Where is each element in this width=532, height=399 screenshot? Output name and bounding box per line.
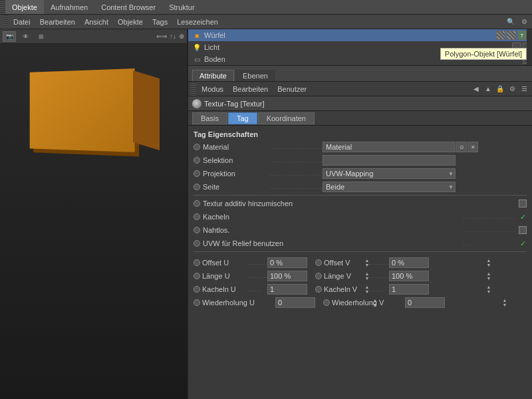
wiederholung-u-label: Wiederholung U bbox=[202, 299, 255, 307]
offset-u-dots: ......... bbox=[247, 259, 267, 266]
uvw-label: UVW für Relief benutzen bbox=[203, 239, 463, 247]
prop-row-seite: Seite .................. Beide bbox=[188, 180, 532, 194]
tab-attribute[interactable]: Attribute bbox=[192, 70, 234, 81]
laenge-v-down[interactable]: ▼ bbox=[485, 276, 492, 281]
nahtlos-checkbox[interactable] bbox=[519, 226, 527, 234]
sub-tab-tag[interactable]: Tag bbox=[228, 112, 257, 124]
material-dots: .................. bbox=[269, 144, 323, 150]
menu-lesezeichen[interactable]: Lesezeichen bbox=[173, 17, 222, 27]
nahtlos-radio[interactable] bbox=[194, 227, 200, 233]
tab-aufnahmen[interactable]: Aufnahmen bbox=[44, 0, 94, 14]
menu-bearbeiten[interactable]: Bearbeiten bbox=[36, 17, 79, 27]
wiederholung-v-radio[interactable] bbox=[323, 299, 330, 306]
object-list: ■ Würfel T 💡 Licht · ✓ ▭ bbox=[188, 29, 532, 66]
attr-arrow-up-icon[interactable]: ▲ bbox=[483, 84, 493, 94]
seite-radio[interactable] bbox=[194, 184, 200, 190]
attr-lock-icon[interactable]: 🔒 bbox=[495, 84, 505, 94]
wiederholung-v-input[interactable] bbox=[406, 299, 501, 307]
settings-icon[interactable]: ⚙ bbox=[519, 17, 529, 27]
laenge-v-field[interactable]: ▲ ▼ bbox=[389, 271, 429, 281]
offset-v-input[interactable] bbox=[390, 259, 485, 267]
wiederholung-v-up[interactable]: ▲ bbox=[501, 298, 508, 303]
kacheln-u-radio[interactable] bbox=[194, 286, 200, 293]
offset-v-label: Offset V bbox=[324, 259, 369, 267]
object-row-würfel[interactable]: ■ Würfel T bbox=[188, 29, 532, 41]
material-btn2[interactable]: ✕ bbox=[467, 142, 478, 152]
tab-objekte[interactable]: Objekte bbox=[5, 0, 44, 14]
uvw-check[interactable]: ✓ bbox=[519, 239, 527, 247]
attr-modus[interactable]: Modus bbox=[198, 84, 227, 94]
laenge-v-up[interactable]: ▲ bbox=[485, 271, 492, 276]
offset-u-field[interactable]: ▲ ▼ bbox=[267, 257, 307, 268]
uvw-radio[interactable] bbox=[194, 240, 200, 247]
attr-bearbeiten[interactable]: Bearbeiten bbox=[229, 84, 272, 94]
selektion-value[interactable] bbox=[323, 155, 456, 166]
tab-struktur[interactable]: Struktur bbox=[162, 0, 201, 14]
object-row-licht[interactable]: 💡 Licht · ✓ bbox=[188, 41, 532, 53]
tab-content-browser[interactable]: Content Browser bbox=[94, 0, 162, 14]
viewport-nav-icon[interactable]: ↑↓ bbox=[170, 33, 176, 40]
attr-benutzer[interactable]: Benutzer bbox=[273, 84, 311, 94]
kacheln-v-radio[interactable] bbox=[315, 286, 322, 293]
toolbar-handle bbox=[3, 15, 8, 29]
wiederholung-v-field[interactable]: ▲ ▼ bbox=[405, 297, 445, 308]
offset-u-radio[interactable] bbox=[194, 259, 200, 266]
wiederholung-v-down[interactable]: ▼ bbox=[501, 303, 508, 307]
boden-icon: ▭ bbox=[192, 55, 201, 64]
laenge-u-dots: ......... bbox=[247, 273, 267, 279]
search-icon[interactable]: 🔍 bbox=[505, 17, 516, 27]
attr-menu-icon[interactable]: ☰ bbox=[519, 84, 529, 94]
offset-v-up[interactable]: ▲ bbox=[485, 258, 492, 263]
viewport-camera-icon[interactable]: 📷 bbox=[3, 31, 16, 42]
viewport-zoom-icon[interactable]: ⊕ bbox=[179, 33, 184, 40]
tab-ebenen[interactable]: Ebenen bbox=[235, 70, 275, 81]
kacheln-radio[interactable] bbox=[194, 213, 200, 220]
material-value[interactable]: Material bbox=[323, 142, 456, 152]
viewport-eye-icon[interactable]: 👁 bbox=[19, 31, 32, 42]
seite-value[interactable]: Beide bbox=[323, 182, 456, 192]
numeric-row-laenge: Länge U ......... ▲ ▼ Länge V ......... bbox=[188, 269, 532, 283]
wiederholung-u-radio[interactable] bbox=[194, 299, 200, 306]
textur-additiv-radio[interactable] bbox=[194, 200, 200, 207]
laenge-v-arrows: ▲ ▼ bbox=[485, 271, 492, 281]
menu-datei[interactable]: Datei bbox=[9, 17, 35, 27]
seite-dots: .................. bbox=[269, 184, 323, 190]
sub-tab-basis[interactable]: Basis bbox=[192, 112, 227, 124]
menu-tags[interactable]: Tags bbox=[148, 17, 172, 27]
offset-v-down[interactable]: ▼ bbox=[485, 263, 492, 267]
attr-gear-icon[interactable]: ⚙ bbox=[507, 84, 517, 94]
projektion-radio[interactable] bbox=[194, 170, 200, 177]
textur-additiv-checkbox[interactable] bbox=[519, 200, 527, 207]
kacheln-u-field[interactable]: ▲ ▼ bbox=[267, 284, 307, 295]
offset-v-radio[interactable] bbox=[315, 259, 322, 266]
selektion-radio[interactable] bbox=[194, 157, 200, 164]
sub-tab-koordinaten[interactable]: Koordinaten bbox=[258, 112, 315, 124]
offset-v-field[interactable]: ▲ ▼ bbox=[389, 257, 429, 268]
kacheln-check[interactable]: ✓ bbox=[519, 213, 527, 221]
würfel-tags: T bbox=[496, 31, 527, 40]
kacheln-v-down[interactable]: ▼ bbox=[485, 289, 492, 294]
kacheln-v-field[interactable]: ▲ ▼ bbox=[389, 284, 429, 295]
kacheln-u-label: Kacheln U bbox=[202, 285, 247, 293]
viewport-arrows-icon[interactable]: ⇐⇒ bbox=[156, 33, 167, 40]
kacheln-v-up[interactable]: ▲ bbox=[485, 285, 492, 289]
laenge-v-input[interactable] bbox=[390, 272, 485, 280]
right-panel: ■ Würfel T 💡 Licht · ✓ ▭ bbox=[188, 29, 532, 399]
laenge-v-radio[interactable] bbox=[315, 273, 322, 279]
laenge-u-radio[interactable] bbox=[194, 273, 200, 279]
projektion-value[interactable]: UVW-Mapping bbox=[323, 168, 456, 179]
sub-tabs: Basis Tag Koordinaten bbox=[188, 111, 532, 126]
object-list-scrollbar[interactable] bbox=[527, 29, 532, 65]
material-radio[interactable] bbox=[194, 144, 200, 150]
attr-arrow-left-icon[interactable]: ◀ bbox=[471, 84, 481, 94]
wiederholung-u-field[interactable]: ▲ ▼ bbox=[275, 297, 315, 308]
object-row-boden[interactable]: ▭ Boden · bbox=[188, 53, 532, 65]
material-btn1[interactable]: ⊙ bbox=[456, 142, 467, 152]
kacheln-v-input[interactable] bbox=[390, 285, 485, 293]
viewport-grid-icon[interactable]: ⊞ bbox=[35, 31, 48, 42]
menu-objekte[interactable]: Objekte bbox=[114, 17, 147, 27]
laenge-u-field[interactable]: ▲ ▼ bbox=[267, 271, 307, 281]
boden-label: Boden bbox=[204, 55, 520, 63]
menu-ansicht[interactable]: Ansicht bbox=[80, 17, 112, 27]
viewport-canvas[interactable] bbox=[0, 44, 187, 399]
